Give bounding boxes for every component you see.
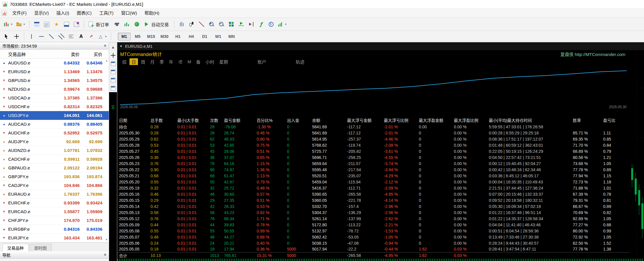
close-icon[interactable]: × [104, 43, 106, 48]
channel-button[interactable] [57, 32, 66, 41]
menu-insert[interactable]: 插入(I) [52, 9, 73, 17]
chart-shift-button[interactable] [246, 19, 256, 29]
horizontal-line-button[interactable] [37, 32, 46, 41]
stats-cell: 0 [417, 142, 452, 148]
timeframe-w1[interactable]: W1 [212, 33, 225, 41]
arrows-button[interactable] [86, 32, 96, 41]
timeframe-m1[interactable]: M1 [118, 33, 131, 41]
crosshair-button[interactable] [12, 32, 21, 41]
bid-price: 0.59911 [50, 157, 80, 162]
mql5-community-button[interactable] [132, 19, 141, 29]
text-button[interactable] [76, 32, 86, 41]
chart-window-icon[interactable] [110, 77, 116, 83]
market-watch-row[interactable]: ▲GBPJPY.e193.836193.874 [0, 172, 109, 181]
menu-window[interactable]: 窗口(W) [117, 9, 141, 17]
market-watch-button[interactable] [32, 19, 41, 29]
market-watch-row[interactable]: ▼USDCAD.e1.373851.37396 [0, 94, 109, 102]
timeframe-mn[interactable]: MN [225, 33, 238, 41]
market-watch-row[interactable]: ▼EURJPY.e163.434163.481 [0, 234, 109, 242]
market-watch-tab[interactable]: 交易品种 [2, 244, 29, 251]
timeframe-h4[interactable]: H4 [185, 33, 198, 41]
commander-tab[interactable]: 账户 [256, 58, 268, 65]
collapse-icon[interactable]: ▼ [120, 45, 123, 48]
menu-view[interactable]: 显示(V) [30, 9, 52, 17]
market-watch-row[interactable]: ▲GBPAUD.e2.091222.09194 [0, 164, 109, 172]
market-watch-row[interactable]: ▼EURCHF.e0.933990.93424 [0, 199, 109, 207]
templates-button[interactable]: ▼ [276, 19, 288, 29]
vertical-line-button[interactable] [27, 32, 36, 41]
auto-scroll-button[interactable] [237, 19, 246, 29]
commander-tab[interactable]: 备 [194, 58, 203, 65]
close-icon[interactable]: × [104, 253, 106, 257]
timeframe-m15[interactable]: M15 [145, 33, 158, 41]
candlestick-chart-button[interactable] [187, 19, 196, 29]
commander-tab[interactable]: 周 [139, 58, 147, 65]
chart-window-icon[interactable] [110, 60, 116, 67]
trendline-button[interactable] [47, 32, 56, 41]
commander-tab[interactable]: 星期 [217, 58, 230, 65]
menu-tools[interactable]: 工具(T) [95, 9, 117, 17]
commander-tab[interactable]: M [186, 59, 193, 64]
market-watch-row[interactable]: ▼NZDUSD.e0.596740.59688 [0, 85, 109, 94]
line-chart-button[interactable] [197, 19, 206, 29]
data-window-button[interactable] [42, 19, 51, 29]
menu-charts[interactable]: 图表(C) [73, 9, 95, 17]
market-watch-tab[interactable]: 即时图 [29, 244, 52, 251]
cursor-button[interactable] [2, 32, 11, 41]
market-watch-row[interactable]: ▼EURUSD.e1.134691.13476 [0, 67, 109, 76]
chart-window-icon[interactable] [110, 69, 116, 75]
scroll-up-icon[interactable]: ▲ [105, 59, 108, 62]
market-watch-row[interactable]: ▲USDJPY.e144.051144.061 [0, 111, 109, 120]
menu-file[interactable]: 文件(F) [8, 9, 30, 17]
commander-tab[interactable]: 月 [148, 58, 157, 65]
scroll-down-icon[interactable]: ▼ [105, 238, 108, 241]
zoom-in-button[interactable] [207, 19, 216, 29]
chart-window-icon[interactable] [110, 85, 116, 91]
market-watch-row[interactable]: ▲EURGBP.e0.843160.84336 [0, 225, 109, 234]
chart-window-menu-icon[interactable] [2, 11, 7, 16]
navigator-button[interactable] [52, 19, 61, 29]
market-watch-row[interactable]: ▼CADJPY.e104.846104.866 [0, 181, 109, 190]
commander-tab[interactable]: 综 [120, 58, 129, 65]
market-watch-row[interactable]: ▲AUDUSD.e0.643320.64346 [0, 59, 109, 67]
crosshair-icon[interactable] [110, 52, 116, 59]
menu-help[interactable]: 帮助(H) [141, 9, 163, 17]
mtcommander-link[interactable]: 复盘侠 http://MTCommander.com [560, 51, 625, 57]
timeframe-m30[interactable]: M30 [158, 33, 171, 41]
timeframe-m5[interactable]: M5 [131, 33, 144, 41]
shapes-button[interactable]: ▼ [96, 32, 108, 41]
mql5-market-button[interactable] [122, 19, 132, 29]
market-watch-row[interactable]: ▼AUDCHF.e0.529520.52975 [0, 129, 109, 137]
autotrading-button[interactable]: 自动交易 [142, 19, 172, 29]
market-watch-row[interactable]: ▲EURAUD.e1.763371.76396 [0, 190, 109, 199]
timeframe-d1[interactable]: D1 [198, 33, 211, 41]
market-watch-row[interactable]: ▼CHFJPY.e174.970175.019 [0, 216, 109, 225]
market-watch-row[interactable]: ▲AUDJPY.e92.66992.699 [0, 137, 109, 146]
strategy-tester-button[interactable] [72, 19, 81, 29]
commander-tab[interactable]: 年 [167, 58, 175, 65]
terminal-button[interactable] [62, 19, 71, 29]
experts-button[interactable] [112, 19, 122, 29]
commander-tab[interactable]: 季 [158, 58, 166, 65]
market-watch-row[interactable]: ▼GBPUSD.e1.345651.34575 [0, 76, 109, 85]
tile-windows-button[interactable] [227, 19, 236, 29]
market-watch-row[interactable]: ▲CADCHF.e0.599110.59928 [0, 155, 109, 164]
market-watch-row[interactable]: ▲AUDNZD.e1.077811.07832 [0, 146, 109, 155]
timeframe-h1[interactable]: H1 [172, 33, 184, 41]
market-watch-row[interactable]: ▼USDCHF.e0.823140.82325 [0, 102, 109, 111]
commander-tab[interactable]: 日 [130, 58, 138, 65]
market-watch-row[interactable]: ▲AUDCAD.e0.883760.88405 [0, 120, 109, 129]
commander-tab[interactable]: 轨迹 [294, 58, 307, 65]
zoom-out-button[interactable] [217, 19, 226, 29]
scroll-up-icon[interactable] [110, 44, 116, 50]
commander-tab[interactable]: 小时 [204, 58, 216, 65]
commander-tab[interactable]: 币 [176, 58, 185, 65]
new-chart-button[interactable]: ▼ [2, 19, 14, 29]
indicators-button[interactable] [256, 19, 266, 29]
fibonacci-button[interactable] [66, 32, 76, 41]
new-order-button[interactable]: 新订单 [87, 19, 112, 29]
periods-button[interactable] [266, 19, 276, 29]
market-watch-row[interactable]: ▼EURCAD.e1.558771.55909 [0, 207, 109, 216]
bar-chart-button[interactable] [177, 19, 186, 29]
profiles-button[interactable]: ▼ [15, 19, 27, 29]
